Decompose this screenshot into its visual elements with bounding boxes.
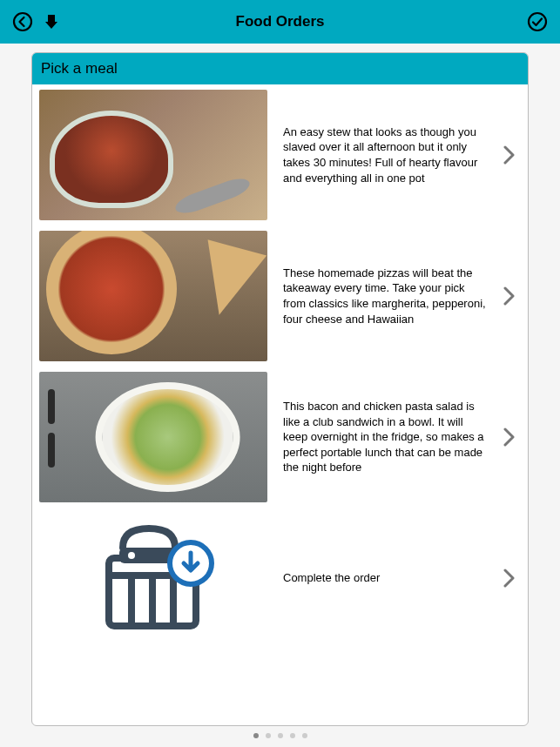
meal-description: These homemade pizzas will beat the take… <box>283 266 488 326</box>
page-dot[interactable] <box>278 733 283 738</box>
meal-image-stew <box>39 90 267 220</box>
svg-point-8 <box>128 552 135 559</box>
meal-row-pizza[interactable]: These homemade pizzas will beat the take… <box>32 225 528 367</box>
meal-row-stew[interactable]: An easy stew that looks as though you sl… <box>32 84 528 225</box>
page-dot[interactable] <box>290 733 295 738</box>
page-indicator[interactable] <box>31 726 529 738</box>
meal-description: An easy stew that looks as though you sl… <box>283 124 488 185</box>
card-header: Pick a meal <box>32 53 528 84</box>
meal-list[interactable]: An easy stew that looks as though you sl… <box>32 84 528 725</box>
basket-download-icon <box>39 513 267 643</box>
complete-order-label: Complete the order <box>283 570 488 586</box>
download-arrow-icon[interactable] <box>45 15 57 29</box>
page-dot[interactable] <box>266 733 271 738</box>
top-bar-left <box>12 11 57 32</box>
meal-description: This bacon and chicken pasta salad is li… <box>283 399 488 475</box>
page-title: Food Orders <box>235 13 324 30</box>
confirm-icon[interactable] <box>527 11 548 32</box>
meal-row-salad[interactable]: This bacon and chicken pasta salad is li… <box>32 367 528 508</box>
chevron-right-icon <box>503 569 516 588</box>
meal-image-salad <box>39 372 267 502</box>
back-icon[interactable] <box>12 11 33 32</box>
page-dot[interactable] <box>302 733 307 738</box>
svg-point-1 <box>529 13 546 30</box>
chevron-right-icon <box>503 427 516 447</box>
page-dot[interactable] <box>253 733 259 738</box>
complete-order-row[interactable]: Complete the order <box>32 508 528 649</box>
svg-point-0 <box>14 13 31 30</box>
top-bar: Food Orders <box>0 0 560 44</box>
meal-card: Pick a meal An easy stew that looks as t… <box>31 52 529 726</box>
content-wrap: Pick a meal An easy stew that looks as t… <box>0 44 560 738</box>
chevron-right-icon <box>503 145 516 165</box>
meal-image-pizza <box>39 231 267 361</box>
chevron-right-icon <box>503 286 516 306</box>
